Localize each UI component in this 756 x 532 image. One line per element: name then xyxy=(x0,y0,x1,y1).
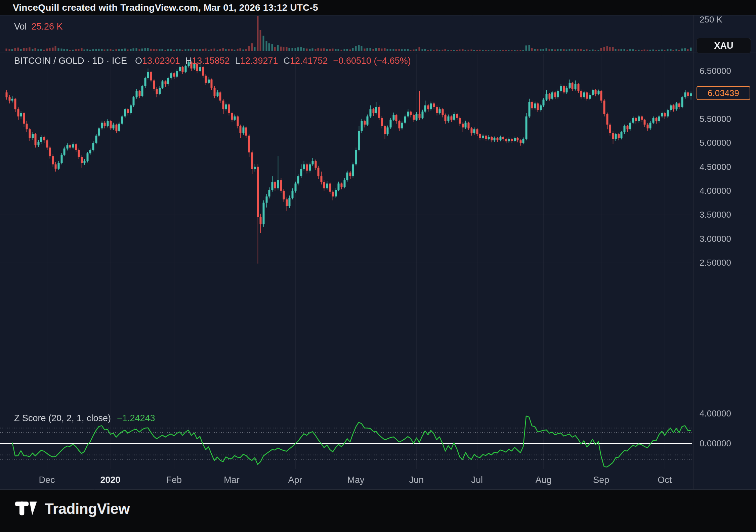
price-scale[interactable]: XAU 6.03439 250 K6.500005.500005.000004.… xyxy=(694,15,756,490)
price-axis-tick: 6.50000 xyxy=(700,66,731,76)
volume-legend-value: 25.26 K xyxy=(32,21,63,32)
price-axis-tick: 3.50000 xyxy=(700,210,731,220)
time-axis-label: Feb xyxy=(166,475,182,485)
price-axis-tick: 5.00000 xyxy=(700,138,731,148)
change-value: −0.60510 (−4.65%) xyxy=(333,56,411,66)
attribution-text: VinceQuill created with TradingView.com,… xyxy=(13,2,318,13)
time-axis-label: 2020 xyxy=(100,475,121,485)
tradingview-logo-text: TradingView xyxy=(45,500,130,517)
zscore-legend: Z Score (20, 2, 1, close) −1.24243 xyxy=(14,413,155,424)
time-axis-label: May xyxy=(347,475,364,485)
low-label: L xyxy=(235,56,240,66)
bottom-bar: TradingView xyxy=(0,490,756,532)
time-axis-label: Dec xyxy=(39,475,55,485)
close-value: 12.41752 xyxy=(290,56,328,66)
last-price-label: 6.03439 xyxy=(697,86,750,100)
tradingview-logo[interactable]: TradingView xyxy=(15,500,130,517)
price-axis-tick: 4.50000 xyxy=(700,162,731,172)
high-value: 13.15852 xyxy=(192,56,230,66)
volume-axis-tick: 250 K xyxy=(700,14,722,25)
zscore-legend-label[interactable]: Z Score (20, 2, 1, close) xyxy=(14,413,111,424)
symbol-title[interactable]: BITCOIN / GOLD · 1D · ICE xyxy=(14,56,127,66)
price-axis-tick: 4.00000 xyxy=(700,185,731,196)
volume-legend: Vol 25.26 K xyxy=(14,21,63,32)
symbol-legend: BITCOIN / GOLD · 1D · ICE O13.02301H13.1… xyxy=(14,56,411,66)
close-label: C xyxy=(283,56,290,66)
zscore-legend-value: −1.24243 xyxy=(117,413,155,424)
time-axis-label: Sep xyxy=(593,475,609,485)
tradingview-logo-icon xyxy=(15,500,37,517)
time-axis-label: Jun xyxy=(409,475,424,485)
open-label: O xyxy=(135,56,142,66)
time-scale[interactable]: Dec2020FebMarAprMayJunJulAugSepOct xyxy=(0,470,694,490)
time-axis-label: Oct xyxy=(658,475,672,485)
price-axis-tick: 5.50000 xyxy=(700,114,731,124)
time-axis-label: Mar xyxy=(224,475,240,485)
zscore-axis-tick: 0.00000 xyxy=(700,438,731,449)
time-axis-label: Apr xyxy=(288,475,302,485)
price-scale-unit-button[interactable]: XAU xyxy=(697,38,751,53)
volume-legend-label: Vol xyxy=(14,21,27,32)
time-axis-label: Aug xyxy=(535,475,551,485)
attribution-bar: VinceQuill created with TradingView.com,… xyxy=(0,0,756,15)
high-label: H xyxy=(185,56,192,66)
price-axis-tick: 3.00000 xyxy=(700,233,731,244)
price-chart-canvas[interactable] xyxy=(0,0,756,532)
tradingview-chart-window: VinceQuill created with TradingView.com,… xyxy=(0,0,756,532)
low-value: 12.39271 xyxy=(240,56,278,66)
zscore-axis-tick: 4.00000 xyxy=(700,408,731,419)
price-axis-tick: 2.50000 xyxy=(700,258,731,268)
time-axis-label: Jul xyxy=(471,475,483,485)
open-value: 13.02301 xyxy=(142,56,180,66)
